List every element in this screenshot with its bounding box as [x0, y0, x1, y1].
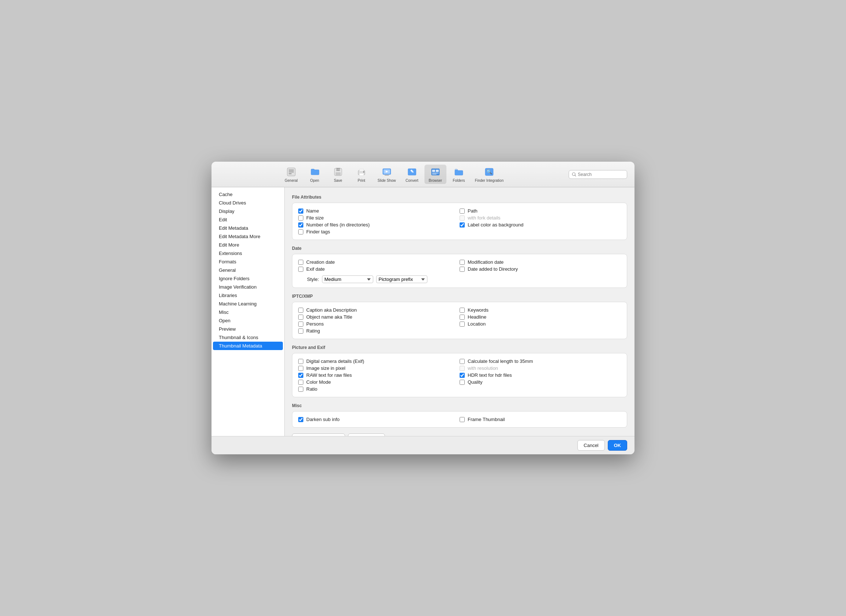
toolbar-item-slideshow[interactable]: Slide Show [374, 164, 400, 184]
caption-checkbox[interactable] [298, 308, 303, 313]
color-mode-checkbox[interactable] [298, 380, 303, 385]
digital-camera-label[interactable]: Digital camera details (Exif) [306, 358, 364, 364]
path-label[interactable]: Path [468, 208, 477, 214]
location-label[interactable]: Location [468, 321, 486, 327]
iptc-title: IPTC/XMP [292, 294, 627, 299]
numfiles-checkbox[interactable] [298, 222, 303, 227]
sidebar-item-cache[interactable]: Cache [213, 190, 283, 199]
quality-label[interactable]: Quality [468, 379, 482, 385]
sidebar-item-misc[interactable]: Misc [213, 308, 283, 317]
search-input[interactable] [578, 172, 622, 177]
creation-label[interactable]: Creation date [306, 260, 335, 265]
restore-defaults-button[interactable]: Restore to Defaults [292, 433, 345, 436]
headline-checkbox[interactable] [460, 315, 465, 320]
persons-checkbox[interactable] [298, 321, 303, 327]
sidebar-item-formats[interactable]: Formats [213, 258, 283, 266]
dateadded-label[interactable]: Date added to Directory [468, 266, 518, 272]
caption-label[interactable]: Caption aka Description [306, 307, 357, 313]
sidebar-item-preview[interactable]: Preview [213, 325, 283, 333]
toolbar: General Open TIFF [212, 162, 634, 187]
creation-checkbox[interactable] [298, 260, 303, 265]
image-size-checkbox[interactable] [298, 366, 303, 371]
with-resolution-checkbox[interactable] [460, 366, 465, 371]
rating-checkbox[interactable] [298, 329, 303, 334]
frame-thumbnail-label[interactable]: Frame Thumbnail [468, 417, 505, 422]
digital-camera-checkbox[interactable] [298, 359, 303, 364]
objectname-checkbox[interactable] [298, 315, 303, 320]
toolbar-item-print[interactable]: Print [351, 164, 373, 184]
sidebar-item-machine-learning[interactable]: Machine Learning [213, 299, 283, 308]
sidebar-item-display[interactable]: Display [213, 207, 283, 216]
toolbar-item-save[interactable]: TIFF PNG Save [327, 164, 349, 184]
name-checkbox[interactable] [298, 208, 303, 214]
focal-length-label[interactable]: Calculate focal length to 35mm [468, 358, 533, 364]
toolbar-item-convert[interactable]: ✎ Convert [401, 164, 423, 184]
labelcolor-label[interactable]: Label color as background [468, 222, 524, 227]
ok-button[interactable]: OK [608, 440, 627, 451]
svg-text:✎: ✎ [410, 169, 414, 174]
toolbar-item-folders[interactable]: Folders [448, 164, 470, 184]
dateadded-checkbox[interactable] [460, 267, 465, 272]
sidebar-item-ignore-folders[interactable]: Ignore Folders [213, 274, 283, 283]
toolbar-item-finder[interactable]: 🔍 Finder Integration [471, 164, 507, 184]
sidebar-item-edit[interactable]: Edit [213, 216, 283, 224]
image-size-label[interactable]: Image size in pixel [306, 365, 345, 371]
keywords-checkbox[interactable] [460, 308, 465, 313]
findertags-checkbox[interactable] [298, 229, 303, 235]
style-left-select[interactable]: Medium Short Long Full [322, 276, 373, 283]
withfork-checkbox[interactable] [460, 216, 465, 221]
ratio-checkbox[interactable] [298, 387, 303, 392]
objectname-label[interactable]: Object name aka Title [306, 314, 352, 320]
persons-label[interactable]: Persons [306, 321, 324, 327]
hdr-text-label[interactable]: HDR text for hdr files [468, 373, 512, 378]
sidebar-item-thumbnail-icons[interactable]: Thumbnail & Icons [213, 333, 283, 342]
last-values-button[interactable]: Last Values [348, 433, 385, 436]
hdr-text-checkbox[interactable] [460, 373, 465, 378]
quality-checkbox[interactable] [460, 380, 465, 385]
focal-length-checkbox[interactable] [460, 359, 465, 364]
name-label[interactable]: Name [306, 208, 319, 214]
filesize-label[interactable]: File size [306, 215, 324, 221]
svg-rect-6 [336, 172, 341, 175]
sidebar-item-edit-more[interactable]: Edit More [213, 241, 283, 249]
sidebar-item-extensions[interactable]: Extensions [213, 249, 283, 258]
misc-box: Darken sub info Frame Thumbnail [292, 411, 627, 428]
color-mode-label[interactable]: Color Mode [306, 379, 331, 385]
sidebar-item-edit-metadata-more[interactable]: Edit Metadata More [213, 232, 283, 241]
sidebar-item-open[interactable]: Open [213, 317, 283, 325]
sidebar-item-edit-metadata[interactable]: Edit Metadata [213, 224, 283, 232]
sidebar-item-cloud-drives[interactable]: Cloud Drives [213, 199, 283, 207]
frame-thumbnail-checkbox[interactable] [460, 417, 465, 422]
keywords-label[interactable]: Keywords [468, 307, 489, 313]
sidebar-item-general[interactable]: General [213, 266, 283, 274]
rating-label[interactable]: Rating [306, 328, 320, 334]
sidebar-item-image-verification[interactable]: Image Verification [213, 283, 283, 291]
numfiles-label[interactable]: Number of files (in directories) [306, 222, 370, 227]
headline-label[interactable]: Headline [468, 314, 486, 320]
toolbar-item-general[interactable]: General [280, 164, 302, 184]
findertags-label[interactable]: Finder tags [306, 229, 330, 235]
modification-checkbox[interactable] [460, 260, 465, 265]
toolbar-item-open[interactable]: Open [304, 164, 326, 184]
sidebar-item-libraries[interactable]: Libraries [213, 291, 283, 299]
exif-checkbox[interactable] [298, 267, 303, 272]
exif-label[interactable]: Exif date [306, 266, 325, 272]
date-right: Modification date Date added to Director… [460, 259, 621, 273]
ratio-label[interactable]: Ratio [306, 386, 317, 392]
path-checkbox[interactable] [460, 208, 465, 214]
style-right-select[interactable]: Pictogram prefix None Text prefix [376, 276, 427, 283]
location-checkbox[interactable] [460, 321, 465, 327]
cancel-button[interactable]: Cancel [577, 440, 605, 451]
darken-sub-label[interactable]: Darken sub info [306, 417, 339, 422]
modification-label[interactable]: Modification date [468, 260, 504, 265]
filesize-checkbox[interactable] [298, 216, 303, 221]
raw-text-label[interactable]: RAW text for raw files [306, 373, 352, 378]
darken-sub-checkbox[interactable] [298, 417, 303, 422]
toolbar-item-browser[interactable]: Browser [424, 164, 446, 184]
raw-text-checkbox[interactable] [298, 373, 303, 378]
labelcolor-checkbox[interactable] [460, 222, 465, 227]
sidebar-item-thumbnail-metadata[interactable]: Thumbnail Metadata [213, 342, 283, 350]
toolbar-finder-label: Finder Integration [475, 179, 504, 183]
checkbox-labelcolor: Label color as background [460, 221, 621, 228]
search-box[interactable] [568, 170, 627, 179]
